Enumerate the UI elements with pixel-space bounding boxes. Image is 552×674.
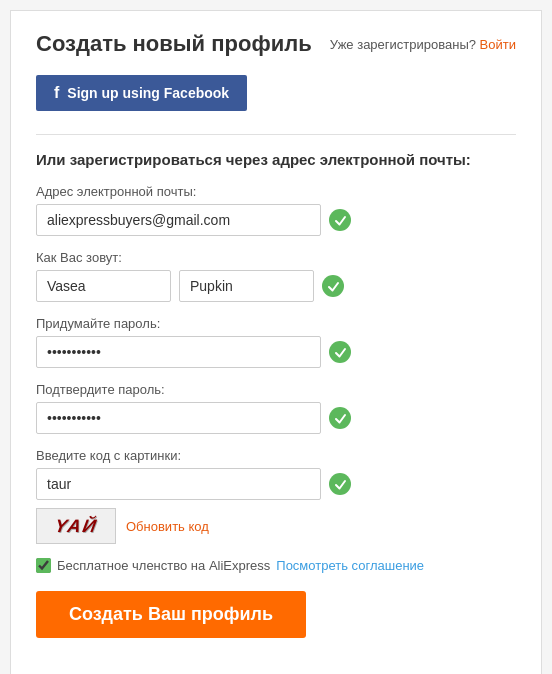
name-group: Как Вас зовут: bbox=[36, 250, 516, 302]
email-group: Адрес электронной почты: bbox=[36, 184, 516, 236]
refresh-captcha-link[interactable]: Обновить код bbox=[126, 519, 209, 534]
name-label: Как Вас зовут: bbox=[36, 250, 516, 265]
email-valid-icon bbox=[329, 209, 351, 231]
name-valid-icon bbox=[322, 275, 344, 297]
last-name-field[interactable] bbox=[179, 270, 314, 302]
captcha-image-row: YAЙ Обновить код bbox=[36, 508, 516, 544]
email-input-row bbox=[36, 204, 516, 236]
page-header: Создать новый профиль Уже зарегистрирова… bbox=[36, 31, 516, 57]
facebook-signup-button[interactable]: f Sign up using Facebook bbox=[36, 75, 247, 111]
section-divider bbox=[36, 134, 516, 135]
or-email-label: Или зарегистрироваться через адрес элект… bbox=[36, 151, 516, 168]
captcha-label: Введите код с картинки: bbox=[36, 448, 516, 463]
submit-button[interactable]: Создать Ваш профиль bbox=[36, 591, 306, 638]
confirm-password-input-row bbox=[36, 402, 516, 434]
captcha-group: Введите код с картинки: YAЙ Обновить код bbox=[36, 448, 516, 544]
agreement-checkbox[interactable] bbox=[36, 558, 51, 573]
password-group: Придумайте пароль: bbox=[36, 316, 516, 368]
login-link[interactable]: Войти bbox=[480, 37, 516, 52]
email-label: Адрес электронной почты: bbox=[36, 184, 516, 199]
password-field[interactable] bbox=[36, 336, 321, 368]
email-field[interactable] bbox=[36, 204, 321, 236]
captcha-input-row bbox=[36, 468, 516, 500]
captcha-field[interactable] bbox=[36, 468, 321, 500]
name-input-row bbox=[36, 270, 516, 302]
captcha-image-box: YAЙ bbox=[36, 508, 116, 544]
already-registered-text: Уже зарегистрированы? Войти bbox=[330, 37, 516, 52]
captcha-valid-icon bbox=[329, 473, 351, 495]
confirm-password-field[interactable] bbox=[36, 402, 321, 434]
password-valid-icon bbox=[329, 341, 351, 363]
agreement-text: Бесплатное членство на AliExpress bbox=[57, 558, 270, 573]
password-label: Придумайте пароль: bbox=[36, 316, 516, 331]
page-title: Создать новый профиль bbox=[36, 31, 312, 57]
first-name-field[interactable] bbox=[36, 270, 171, 302]
captcha-image-text: YAЙ bbox=[53, 516, 99, 537]
confirm-password-valid-icon bbox=[329, 407, 351, 429]
agreement-row: Бесплатное членство на AliExpress Посмот… bbox=[36, 558, 516, 573]
page-container: Создать новый профиль Уже зарегистрирова… bbox=[10, 10, 542, 674]
password-input-row bbox=[36, 336, 516, 368]
confirm-password-group: Подтвердите пароль: bbox=[36, 382, 516, 434]
facebook-icon: f bbox=[54, 84, 59, 102]
confirm-password-label: Подтвердите пароль: bbox=[36, 382, 516, 397]
agreement-link[interactable]: Посмотреть соглашение bbox=[276, 558, 424, 573]
